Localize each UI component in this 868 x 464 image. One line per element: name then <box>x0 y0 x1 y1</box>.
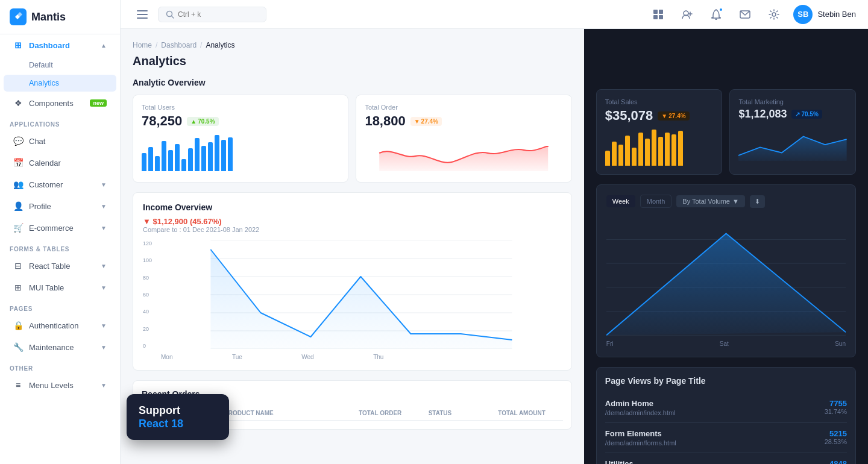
metric-value-sales: $35,078 <box>605 108 653 124</box>
pv-count-2: 5215 <box>825 429 847 438</box>
month-button[interactable]: Month <box>640 195 672 208</box>
download-icon: ⬇ <box>755 198 760 205</box>
pv-title-1: Admin Home <box>605 399 676 408</box>
svg-rect-7 <box>653 15 658 19</box>
metric-label-sales: Total Sales <box>605 98 714 105</box>
metric-label-order: Total Order <box>365 104 562 111</box>
search-input[interactable] <box>178 10 250 19</box>
badge-sales: ▼ 27.4% <box>658 111 689 121</box>
user-profile[interactable]: SB Stebin Ben <box>793 5 856 24</box>
badge-users: ▲ 70.5% <box>187 117 218 126</box>
support-title: Support <box>139 404 217 418</box>
week-button[interactable]: Week <box>606 195 635 207</box>
metric-card-marketing: Total Marketing $1,12,083 ↗ 70.5% <box>729 89 856 175</box>
metric-value-marketing: $1,12,083 <box>738 108 787 121</box>
main-area: SB Stebin Ben Home / Dashboard / Analyti… <box>121 0 868 464</box>
sidebar-item-menu-levels[interactable]: ≡ Menu Levels ▼ <box>4 375 116 395</box>
metric-value-order: 18,800 <box>365 113 405 129</box>
dark-income-chart: Week Month By Total Volume ▼ ⬇ <box>596 184 856 357</box>
sidebar-item-calendar[interactable]: 📅 Calendar <box>4 152 116 173</box>
sidebar-item-ecommerce[interactable]: 🛒 E-commerce ▼ <box>4 218 116 238</box>
sidebar-item-profile[interactable]: 👤 Profile ▼ <box>4 196 116 216</box>
sidebar-item-mui-table[interactable]: ⊞ MUI Table ▼ <box>4 277 116 298</box>
forms-tables-label: Forms & Tables <box>0 239 120 255</box>
pv-percent-2: 28.53% <box>825 438 847 445</box>
income-line-chart <box>161 240 562 349</box>
volume-button[interactable]: By Total Volume ▼ <box>676 195 745 207</box>
metric-card-users: Total Users 78,250 ▲ 70.5% <box>133 95 348 183</box>
components-icon: ❖ <box>13 98 23 108</box>
sidebar-item-react-table[interactable]: ⊟ React Table ▼ <box>4 256 116 276</box>
mail-icon[interactable] <box>735 5 755 24</box>
metric-label-marketing: Total Marketing <box>738 98 847 105</box>
app-name: Mantis <box>31 11 66 24</box>
dark-income-chart-svg <box>606 215 846 336</box>
chevron-down-icon-5: ▼ <box>101 284 107 291</box>
page-view-item-1: Admin Home /demo/admin/index.html 7755 3… <box>605 393 847 423</box>
sidebar-sub-analytics[interactable]: Analytics <box>4 75 116 92</box>
topbar: SB Stebin Ben <box>121 0 868 29</box>
metric-cards: Total Users 78,250 ▲ 70.5% <box>133 95 572 183</box>
notification-icon[interactable] <box>706 5 726 24</box>
sales-bar-chart <box>605 130 714 166</box>
maintenance-icon: 🔧 <box>13 342 23 352</box>
metric-value-users: 78,250 <box>142 113 182 129</box>
svg-point-14 <box>772 13 776 16</box>
sidebar-item-maintenance[interactable]: 🔧 Maintenance ▼ <box>4 337 116 357</box>
applications-label: Applications <box>0 114 120 130</box>
content-wrapper: Home / Dashboard / Analytics Analytics A… <box>121 29 868 464</box>
col-status: Status <box>429 410 494 416</box>
income-compare: Compare to : 01 Dec 2021-08 Jan 2022 <box>143 226 562 233</box>
sidebar-sub-default[interactable]: Default <box>4 57 116 74</box>
user-add-icon[interactable] <box>678 5 697 24</box>
page-title: Analytics <box>133 54 572 68</box>
breadcrumb: Home / Dashboard / Analytics <box>133 41 572 49</box>
menu-icon: ≡ <box>13 380 23 390</box>
svg-rect-8 <box>659 15 663 19</box>
sidebar: Mantis ⊞ Dashboard ▲ Default Analytics ❖… <box>0 0 121 464</box>
svg-rect-0 <box>137 10 148 11</box>
notification-dot <box>719 7 723 12</box>
table-icon: ⊟ <box>13 261 23 271</box>
order-area-chart <box>365 135 562 171</box>
chevron-down-icon-4: ▼ <box>101 263 107 269</box>
marketing-area-chart <box>738 127 847 163</box>
profile-icon: 👤 <box>13 201 23 211</box>
settings-icon[interactable] <box>764 5 784 24</box>
badge-order: ▼ 27.4% <box>410 117 442 126</box>
svg-rect-2 <box>137 17 148 19</box>
download-button[interactable]: ⬇ <box>750 195 765 208</box>
svg-rect-5 <box>653 10 658 14</box>
col-product: Product Name <box>224 410 354 416</box>
user-name: Stebin Ben <box>817 10 856 19</box>
chat-icon: 💬 <box>13 136 23 146</box>
chevron-up-icon: ▲ <box>101 42 107 49</box>
col-total-order: Total Order <box>359 410 424 416</box>
svg-point-12 <box>715 18 717 20</box>
auth-icon: 🔒 <box>13 321 23 330</box>
metric-card-order: Total Order 18,800 ▼ 27.4% <box>356 95 571 183</box>
pv-percent-1: 31.74% <box>825 408 847 415</box>
pages-label: Pages <box>0 298 120 315</box>
svg-rect-6 <box>659 10 663 14</box>
sidebar-item-authentication[interactable]: 🔒 Authentication ▼ <box>4 315 116 336</box>
chevron-down-icon-vol: ▼ <box>732 198 739 205</box>
sidebar-logo[interactable]: Mantis <box>0 0 120 34</box>
sidebar-item-customer[interactable]: 👥 Customer ▼ <box>4 174 116 195</box>
pv-path-1: /demo/admin/index.html <box>605 409 676 416</box>
sidebar-item-chat[interactable]: 💬 Chat <box>4 131 116 151</box>
search-box[interactable] <box>158 7 266 22</box>
grid-icon[interactable] <box>649 5 668 24</box>
pv-count-1: 7755 <box>825 399 847 408</box>
svg-line-4 <box>172 16 174 18</box>
income-overview-title: Income Overview <box>143 202 212 212</box>
mui-table-icon: ⊞ <box>13 283 23 292</box>
menu-toggle-button[interactable] <box>133 5 152 24</box>
col-amount: Total Amount <box>498 410 563 416</box>
chevron-down-icon: ▼ <box>101 181 107 188</box>
sidebar-item-components[interactable]: ❖ Components new <box>4 93 116 113</box>
badge-marketing: ↗ 70.5% <box>791 110 822 119</box>
page-views-title: Page Views by Page Title <box>605 376 847 386</box>
pv-path-2: /demo/admin/forms.html <box>605 439 676 447</box>
sidebar-item-dashboard[interactable]: ⊞ Dashboard ▲ <box>4 35 116 55</box>
